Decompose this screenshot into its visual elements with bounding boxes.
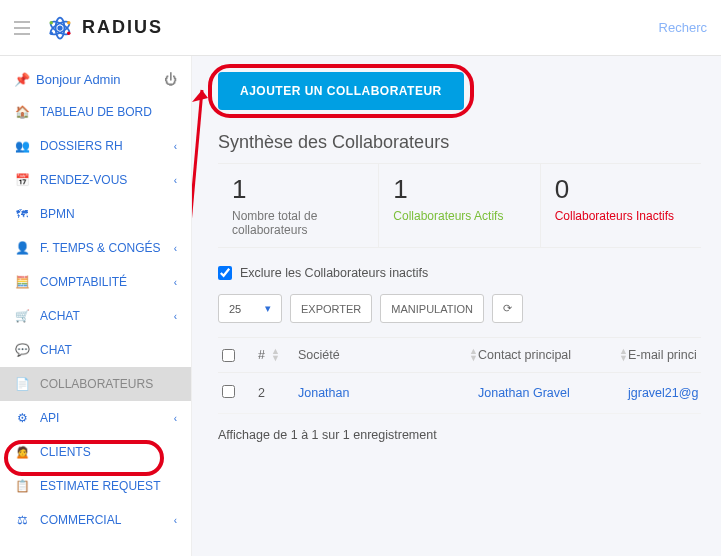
- chevron-down-icon: ▾: [265, 302, 271, 315]
- chevron-left-icon: ‹: [174, 311, 177, 322]
- svg-line-8: [192, 90, 202, 448]
- brand-name: RADIUS: [82, 17, 163, 38]
- sidebar-item-f-temps-cong-s[interactable]: 👤F. TEMPS & CONGÉS‹: [0, 231, 191, 265]
- table-footer: Affichage de 1 à 1 sur 1 enregistrement: [218, 428, 701, 442]
- sidebar-item-label: F. TEMPS & CONGÉS: [40, 241, 160, 255]
- sidebar-item-label: DOSSIERS RH: [40, 139, 123, 153]
- sidebar-item-label: ESTIMATE REQUEST: [40, 479, 160, 493]
- client-icon: 🙍: [14, 445, 30, 459]
- thumbtack-icon: 📌: [14, 72, 30, 87]
- main-content: AJOUTER UN COLLABORATEUR Synthèse des Co…: [192, 56, 721, 556]
- sidebar-item-label: API: [40, 411, 59, 425]
- logo-icon: [46, 14, 74, 42]
- sidebar-item-label: CLIENTS: [40, 445, 91, 459]
- list-icon: 📋: [14, 479, 30, 493]
- col-contact[interactable]: Contact principal▲▼: [478, 348, 628, 362]
- sidebar-item-label: CHAT: [40, 343, 72, 357]
- table-toolbar: 25 ▾ EXPORTER MANIPULATION ⟳: [218, 294, 701, 323]
- stat-label: Collaborateurs Actifs: [393, 209, 525, 223]
- users-icon: 👥: [14, 139, 30, 153]
- sidebar-item-achat[interactable]: 🛒ACHAT‹: [0, 299, 191, 333]
- refresh-button[interactable]: ⟳: [492, 294, 523, 323]
- sidebar-item-label: RENDEZ-VOUS: [40, 173, 127, 187]
- collaborators-table: #▲▼ Société▲▼ Contact principal▲▼ E-mail…: [218, 337, 701, 414]
- chat-icon: 💬: [14, 343, 30, 357]
- sidebar-item-api[interactable]: ⚙API‹: [0, 401, 191, 435]
- sidebar-item-chat[interactable]: 💬CHAT: [0, 333, 191, 367]
- refresh-icon: ⟳: [503, 302, 512, 315]
- svg-point-6: [67, 31, 71, 35]
- add-collaborator-button[interactable]: AJOUTER UN COLLABORATEUR: [218, 72, 464, 110]
- row-index: 2: [258, 386, 298, 400]
- stat-card: 1Nombre total de collaborateurs: [218, 164, 379, 247]
- sidebar-item-commercial[interactable]: ⚖COMMERCIAL‹: [0, 503, 191, 537]
- manipulation-button[interactable]: MANIPULATION: [380, 294, 484, 323]
- sidebar-item-label: COMMERCIAL: [40, 513, 121, 527]
- map-icon: 🗺: [14, 207, 30, 221]
- row-email-link[interactable]: jgravel21@g: [628, 386, 721, 400]
- chevron-left-icon: ‹: [174, 277, 177, 288]
- sidebar-item-tableau-de-bord[interactable]: 🏠TABLEAU DE BORD: [0, 95, 191, 129]
- table-header: #▲▼ Société▲▼ Contact principal▲▼ E-mail…: [218, 337, 701, 373]
- page-size-select[interactable]: 25 ▾: [218, 294, 282, 323]
- sidebar: 📌 Bonjour Admin ⏻ 🏠TABLEAU DE BORD👥DOSSI…: [0, 56, 192, 556]
- export-button[interactable]: EXPORTER: [290, 294, 372, 323]
- sidebar-item-bpmn[interactable]: 🗺BPMN: [0, 197, 191, 231]
- home-icon: 🏠: [14, 105, 30, 119]
- chevron-left-icon: ‹: [174, 175, 177, 186]
- stats-row: 1Nombre total de collaborateurs1Collabor…: [218, 163, 701, 248]
- svg-point-0: [57, 25, 62, 30]
- search-input[interactable]: Recherc: [659, 20, 707, 35]
- stat-card: 0Collaborateurs Inactifs: [541, 164, 701, 247]
- stat-number: 0: [555, 174, 687, 205]
- menu-toggle-icon[interactable]: [14, 21, 30, 35]
- scale-icon: ⚖: [14, 513, 30, 527]
- sidebar-item-label: TABLEAU DE BORD: [40, 105, 152, 119]
- table-row: 2JonathanJonathan Graveljgravel21@g: [218, 373, 701, 414]
- stat-label: Nombre total de collaborateurs: [232, 209, 364, 237]
- sidebar-item-label: COMPTABILITÉ: [40, 275, 127, 289]
- exclude-inactive-checkbox[interactable]: Exclure les Collaborateurs inactifs: [218, 266, 701, 280]
- row-societe-link[interactable]: Jonathan: [298, 386, 478, 400]
- chevron-left-icon: ‹: [174, 141, 177, 152]
- cart-icon: 🛒: [14, 309, 30, 323]
- svg-point-4: [50, 21, 54, 25]
- sidebar-item-clients[interactable]: 🙍CLIENTS: [0, 435, 191, 469]
- col-index[interactable]: #▲▼: [258, 348, 298, 362]
- svg-point-7: [50, 31, 54, 35]
- summary-title: Synthèse des Collaborateurs: [218, 132, 701, 153]
- sidebar-item-estimate-request[interactable]: 📋ESTIMATE REQUEST: [0, 469, 191, 503]
- gear-icon: ⚙: [14, 411, 30, 425]
- svg-point-5: [67, 21, 71, 25]
- row-checkbox[interactable]: [222, 385, 235, 398]
- stat-card: 1Collaborateurs Actifs: [379, 164, 540, 247]
- sidebar-item-dossiers-rh[interactable]: 👥DOSSIERS RH‹: [0, 129, 191, 163]
- sidebar-item-label: ACHAT: [40, 309, 80, 323]
- user-circle-icon: 👤: [14, 241, 30, 255]
- select-all-checkbox[interactable]: [222, 349, 235, 362]
- sidebar-item-comptabilit-[interactable]: 🧮COMPTABILITÉ‹: [0, 265, 191, 299]
- sidebar-item-label: BPMN: [40, 207, 75, 221]
- power-icon[interactable]: ⏻: [164, 72, 177, 87]
- chevron-left-icon: ‹: [174, 243, 177, 254]
- topbar: RADIUS Recherc: [0, 0, 721, 56]
- sidebar-item-collaborateurs[interactable]: 📄COLLABORATEURS: [0, 367, 191, 401]
- sidebar-item-label: COLLABORATEURS: [40, 377, 153, 391]
- sidebar-item-rendez-vous[interactable]: 📅RENDEZ-VOUS‹: [0, 163, 191, 197]
- doc-icon: 📄: [14, 377, 30, 391]
- stat-number: 1: [232, 174, 364, 205]
- row-contact-link[interactable]: Jonathan Gravel: [478, 386, 628, 400]
- calendar-icon: 📅: [14, 173, 30, 187]
- exclude-checkbox-input[interactable]: [218, 266, 232, 280]
- stat-label: Collaborateurs Inactifs: [555, 209, 687, 223]
- col-email[interactable]: E-mail princi: [628, 348, 721, 362]
- col-societe[interactable]: Société▲▼: [298, 348, 478, 362]
- chevron-left-icon: ‹: [174, 413, 177, 424]
- brand-logo[interactable]: RADIUS: [46, 14, 163, 42]
- chevron-left-icon: ‹: [174, 515, 177, 526]
- greeting: 📌 Bonjour Admin ⏻: [0, 64, 191, 95]
- calc-icon: 🧮: [14, 275, 30, 289]
- stat-number: 1: [393, 174, 525, 205]
- svg-marker-9: [192, 90, 208, 102]
